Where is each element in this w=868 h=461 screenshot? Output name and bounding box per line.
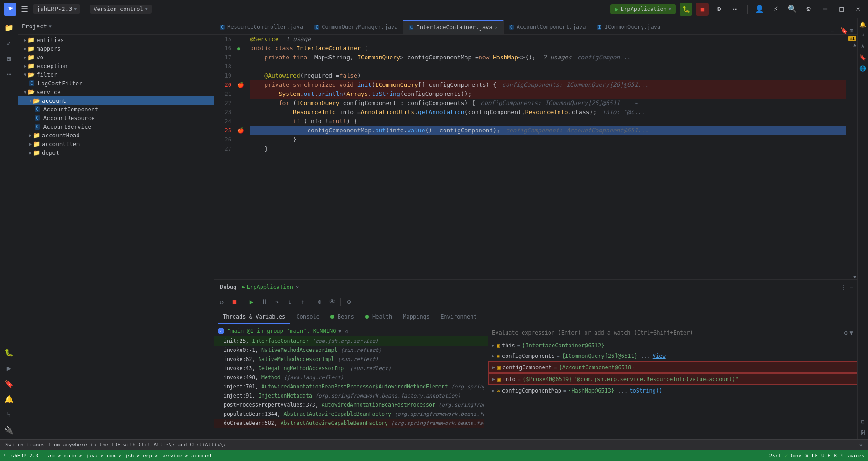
var-item-configcomponent[interactable]: ▶ ▣ configComponent = {AccountComponent@… — [488, 361, 857, 373]
status-encoding[interactable]: UTF-8 — [821, 453, 837, 459]
debug-tab-threads-variables[interactable]: Threads & Variables — [218, 311, 290, 324]
run-close-btn[interactable]: ✕ — [296, 284, 299, 290]
tab-commonquerymanager[interactable]: C CommonQueryManager.java — [309, 20, 403, 34]
view-link-configcomponents[interactable]: View — [653, 353, 666, 359]
stop-button[interactable]: ■ — [696, 3, 709, 16]
sidebar-icon-plugins[interactable]: 🔌 — [2, 423, 16, 437]
debug-tab-mappings[interactable]: Mappings — [398, 311, 434, 324]
status-indent[interactable]: 4 spaces — [840, 453, 864, 459]
var-item-this[interactable]: ▶ ▣ this = {InterfaceContainer@6512} — [488, 340, 857, 351]
project-title[interactable]: Project — [22, 23, 47, 30]
tree-item-accountitem[interactable]: ▶ 📁 accountItem — [18, 140, 214, 148]
tab-close-2[interactable]: ✕ — [495, 25, 498, 30]
debug-resume-btn[interactable]: ▶ — [246, 296, 257, 307]
debug-run-name[interactable]: ▶ ErpApplication ✕ — [242, 284, 299, 290]
evaluate-more-icon[interactable]: ▼ — [850, 329, 853, 336]
status-position[interactable]: 25:1 — [769, 453, 781, 459]
var-item-info[interactable]: ▶ ▣ info = {$Proxy40@6519} "@com.jsh.erp… — [488, 373, 857, 385]
tab-resourcecontroller[interactable]: C ResourceController.java — [214, 20, 309, 34]
right-icon-notifications[interactable]: 🔔 — [858, 20, 868, 29]
tab-interfacecontainer[interactable]: C InterfaceContainer.java ✕ — [403, 20, 503, 34]
sidebar-icon-commit[interactable]: ✓ — [2, 36, 16, 50]
sidebar-icon-project[interactable]: 📁 — [2, 20, 16, 35]
debug-tab-environment[interactable]: Environment — [436, 311, 481, 324]
sidebar-icon-run[interactable]: ▶ — [2, 361, 16, 375]
tab-accountcomponent[interactable]: C AccountComponent.java — [504, 20, 592, 34]
sidebar-icon-notifications[interactable]: 🔔 — [2, 392, 16, 406]
close-button[interactable]: ✕ — [852, 3, 864, 16]
debug-step-out-btn[interactable]: ↑ — [297, 296, 308, 307]
thread-checkbox[interactable]: ✓ — [218, 328, 224, 334]
tree-item-logcostfilter[interactable]: C LogCostFilter — [18, 79, 214, 88]
vcs-selector[interactable]: Version control ▼ — [90, 5, 151, 14]
breakpoint-20[interactable]: 🍎 — [237, 82, 244, 88]
hamburger-menu[interactable]: ☰ — [19, 2, 30, 16]
more-run-button[interactable]: ⋯ — [729, 3, 742, 16]
stack-frame-6[interactable]: inject:91, InjectionMetadata (org.spring… — [214, 391, 484, 400]
right-icon-translate[interactable]: A — [858, 42, 868, 51]
tree-item-entities[interactable]: ▶ 📁 entities — [18, 36, 214, 44]
scroll-arrows[interactable]: ▲ — [853, 42, 856, 47]
debug-evaluate-btn[interactable]: ⊕ — [314, 296, 325, 307]
notification-close[interactable]: ✕ — [859, 442, 863, 448]
status-path[interactable]: src > main > java > com > jsh > erp > se… — [46, 453, 212, 459]
right-icon-globe[interactable]: 🌐 — [858, 64, 868, 73]
debug-tab-beans[interactable]: Beans — [326, 311, 359, 324]
debug-panel-more[interactable]: ⋮ — [841, 284, 847, 290]
debug-tab-debug[interactable]: Debug — [218, 284, 238, 290]
evaluate-input[interactable] — [492, 330, 842, 336]
stack-frame-0[interactable]: init:25, InterfaceContainer (com.jsh.erp… — [214, 336, 488, 346]
sidebar-icon-debug[interactable]: 🐛 — [2, 345, 16, 360]
tostring-link-map[interactable]: toString() — [629, 388, 662, 394]
evaluate-expand-icon[interactable]: ⊕ — [844, 329, 847, 336]
right-icon-db[interactable]: 🗄 — [858, 428, 868, 437]
stack-frame-3[interactable]: invoke:43, DelegatingMethodAccessorImpl … — [214, 364, 488, 373]
profile-button[interactable]: 👤 — [753, 3, 766, 16]
sidebar-icon-more[interactable]: ⋯ — [2, 67, 16, 81]
stack-frame-5[interactable]: inject:701, AutowiredAnnotationBeanPostP… — [214, 382, 484, 391]
var-item-configcomponentmap[interactable]: ▶ ∞ configComponentMap = {HashMap@6513} … — [488, 385, 857, 396]
debug-tab-console[interactable]: Console — [292, 311, 324, 324]
stack-frame-9[interactable]: doCreateBean:582, AbstractAutowireCapabl… — [214, 419, 484, 428]
debug-restart-btn[interactable]: ↺ — [216, 296, 227, 307]
tree-item-service[interactable]: ▼ 📂 service — [18, 88, 214, 96]
expand-editor-icon[interactable]: ⊞ — [850, 27, 853, 34]
stack-frame-1[interactable]: invoke0:-1, NativeMethodAccessorImpl (su… — [214, 346, 488, 355]
tree-item-accountresource[interactable]: C AccountResource — [18, 114, 214, 122]
right-icon-format[interactable]: ⊞ — [858, 417, 868, 426]
minimize-button[interactable]: ─ — [819, 3, 831, 16]
project-selector[interactable]: jshERP-2.3 ▼ — [33, 4, 80, 14]
sidebar-icon-git[interactable]: ⑂ — [2, 407, 16, 422]
filter-icon[interactable]: ▼ — [338, 327, 341, 335]
stack-frame-7[interactable]: postProcessPropertyValues:373, Autowired… — [214, 400, 484, 409]
debug-pause-btn[interactable]: ⏸ — [259, 296, 270, 307]
tree-item-accountservice[interactable]: C AccountService — [18, 122, 214, 131]
tree-item-accountcomponent[interactable]: C AccountComponent — [18, 105, 214, 114]
translate-button[interactable]: ⚡ — [769, 3, 782, 16]
debug-run-button[interactable]: 🐛 — [680, 3, 692, 16]
tab-more-button[interactable]: ⋯ — [827, 28, 838, 34]
stack-frame-8[interactable]: populateBean:1344, AbstractAutowireCapab… — [214, 409, 484, 419]
settings-button[interactable]: ⚙ — [802, 3, 815, 16]
debug-tab-health[interactable]: Health — [361, 311, 397, 324]
right-icon-git[interactable]: ⑂ — [858, 31, 868, 40]
debug-settings-btn[interactable]: ⚙ — [344, 296, 355, 307]
status-project[interactable]: ⑂ jshERP-2.3 — [4, 453, 38, 459]
stack-frame-2[interactable]: invoke:62, NativeMethodAccessorImpl (sun… — [214, 355, 488, 364]
bookmark-icon[interactable]: 🔖 — [840, 27, 848, 34]
run-button[interactable]: ▶ ErpApplication ▼ — [610, 4, 676, 14]
stack-frame-4[interactable]: invoke:498, Method (java.lang.reflect) — [214, 373, 488, 382]
sidebar-icon-structure[interactable]: ⊞ — [2, 51, 16, 66]
breakpoint-25[interactable]: 🍎 — [237, 127, 244, 134]
debug-watch-btn[interactable]: 👁 — [327, 296, 338, 307]
tree-item-filter[interactable]: ▼ 📂 filter — [18, 70, 214, 79]
sidebar-icon-bookmarks[interactable]: 🔖 — [2, 376, 16, 391]
coverage-button[interactable]: ⊕ — [712, 3, 725, 16]
status-done[interactable]: ✓ Done — [785, 453, 801, 459]
tree-item-account[interactable]: ▼ 📂 account — [18, 96, 214, 105]
debug-panel-minimize[interactable]: ─ — [850, 284, 853, 290]
tree-item-vo[interactable]: ▶ 📁 vo — [18, 53, 214, 62]
tree-item-depot[interactable]: ▶ 📁 depot — [18, 148, 214, 157]
scroll-arrows-down[interactable]: ▼ — [853, 274, 856, 279]
status-line-ending[interactable]: LF — [812, 453, 818, 459]
